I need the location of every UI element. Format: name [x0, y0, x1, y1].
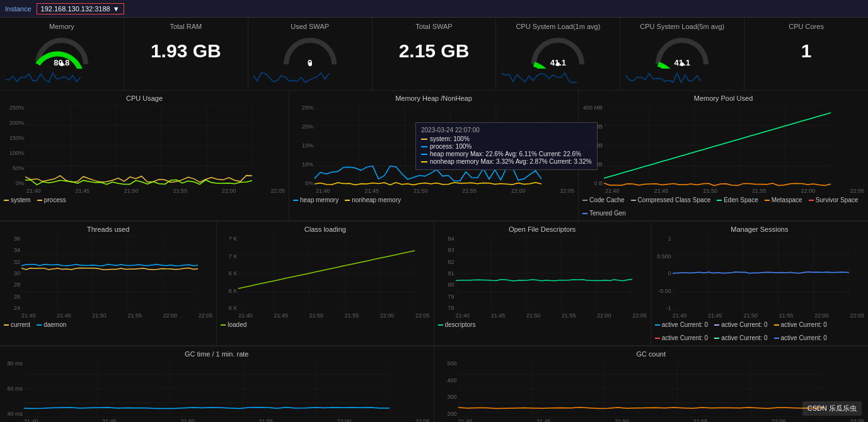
card-value-total_ram: 1.93 GB	[151, 40, 221, 62]
gauge-cpu_load_5m: 41.1	[654, 34, 710, 69]
x-label: 21:50	[703, 188, 717, 194]
tooltip-dot	[421, 161, 427, 163]
gauge-value: 41.1	[550, 58, 566, 67]
card-cpu_load_5m: CPU System Load(5m avg) 41.1	[620, 18, 744, 90]
legend-color	[4, 200, 9, 201]
legend-item: daemon	[37, 321, 66, 328]
x-label: 22:05	[270, 188, 285, 194]
x-label: 22:00	[772, 418, 786, 422]
x-label: 21:45	[75, 188, 90, 194]
chart-title-memory_heap: Memory Heap /NonHeap	[293, 94, 574, 102]
y-label: 34	[4, 247, 20, 253]
legend-item: Code Cache	[582, 197, 625, 203]
legend-color	[582, 213, 587, 214]
y-label: 200	[438, 411, 457, 417]
legend-item: current	[4, 321, 30, 328]
legend-color	[293, 200, 298, 201]
chart-tooltip: 2023-03-24 22:07:00 system: 100% process…	[415, 122, 598, 170]
legend-color	[774, 338, 779, 339]
y-label: 100%	[4, 150, 24, 156]
x-label: 21:40	[456, 312, 470, 319]
x-label: 21:50	[180, 418, 195, 422]
y-label: 83	[438, 247, 454, 253]
x-label: 21:50	[526, 312, 541, 319]
legend-color	[714, 338, 719, 339]
chart-title-memory_pool_used: Memory Pool Used	[582, 94, 864, 102]
chart-title-cpu_usage: CPU Usage	[4, 94, 285, 102]
x-label: 21:45	[536, 418, 551, 422]
y-label: 0 B	[582, 180, 603, 186]
legend-label: daemon	[43, 321, 66, 328]
dropdown-arrow: ▼	[113, 5, 120, 13]
x-label: 21:55	[127, 312, 142, 319]
gauge-value: 41.1	[674, 58, 690, 67]
x-label: 21:40	[24, 418, 38, 422]
x-label: 21:50	[92, 312, 107, 319]
legend-item: active Current: 0	[655, 334, 708, 341]
legend-item: loaded	[221, 321, 246, 328]
legend-label: Code Cache	[589, 197, 625, 203]
legend-item: system	[4, 197, 31, 203]
gauge-value: 0	[308, 58, 312, 67]
x-label: 22:00	[511, 188, 526, 194]
legend-label: active Current: 0	[781, 321, 827, 328]
y-label: 81	[438, 270, 454, 277]
y-label: 32	[4, 259, 20, 265]
x-label: 22:05	[560, 188, 574, 194]
legend-item: Eden Space	[717, 197, 758, 203]
legend-item: descriptors	[438, 321, 476, 328]
x-label: 21:40	[21, 312, 36, 319]
x-label: 22:05	[415, 312, 430, 319]
tooltip-text: heap memory Max: 22.6% Avg: 6.11% Curren…	[430, 151, 581, 157]
card-memory: Memory 80.8	[0, 18, 124, 90]
instance-value: 192.168.130.132:3188	[41, 5, 110, 13]
charts-row-1: CPU Usage250%200%150%100%50%0% 21:4021:4…	[0, 91, 868, 222]
gauge-value: 80.8	[54, 58, 69, 67]
gauge-used_swap: 0	[282, 34, 339, 69]
y-label: 0	[655, 270, 671, 277]
card-title: CPU System Load(5m avg)	[640, 23, 724, 30]
x-label: 22:00	[814, 312, 829, 319]
x-label: 21:45	[491, 312, 506, 319]
y-label: 400	[438, 377, 457, 384]
legend-label: active Current: 0	[781, 334, 827, 341]
x-label: 22:00	[337, 418, 352, 422]
y-label: 200%	[4, 120, 24, 126]
instance-dropdown[interactable]: 192.168.130.132:3188 ▼	[37, 3, 124, 14]
y-label: 0%	[4, 180, 24, 186]
y-label: 80 ms	[4, 360, 23, 367]
legend-color	[765, 200, 770, 201]
x-label: 21:50	[414, 188, 428, 194]
x-label: 21:55	[462, 188, 477, 194]
legend-color	[37, 200, 42, 201]
card-total_ram: Total RAM1.93 GB	[124, 18, 248, 90]
x-label: 21:50	[124, 188, 139, 194]
y-label: 6 K	[221, 305, 237, 311]
legend-item: process	[37, 197, 66, 203]
x-label: 21:50	[743, 312, 758, 319]
card-value-total_swap: 2.15 GB	[399, 40, 470, 62]
x-label: 21:45	[102, 418, 117, 422]
card-cpu_load_1m: CPU System Load(1m avg) 41.1	[496, 18, 620, 90]
y-label: 6 K	[221, 270, 237, 277]
card-title: Used SWAP	[291, 23, 329, 30]
watermark: CSDN 乐瓜乐虫	[802, 401, 862, 416]
x-label: 21:55	[693, 418, 708, 422]
legend-label: system	[11, 197, 31, 203]
tooltip-row: nonheap memory Max: 3.32% Avg: 2.87% Cur…	[421, 158, 592, 165]
chart-title-threads_used: Threads used	[4, 225, 212, 233]
y-label: 5%	[293, 180, 313, 186]
chart-title-open_file_descriptors: Open File Descriptors	[438, 225, 647, 233]
chart-title-gc_time: GC time / 1 min. rate	[4, 350, 430, 358]
legend-item: heap memory	[293, 197, 339, 203]
legend-label: Survivor Space	[816, 197, 859, 203]
tooltip-row: process: 100%	[421, 143, 592, 150]
x-label: 22:05	[850, 188, 864, 194]
x-label: 21:55	[562, 312, 576, 319]
y-label: 1	[655, 236, 671, 242]
y-label: 82	[438, 259, 454, 265]
legend-item: Metaspace	[765, 197, 802, 203]
chart-panel-open_file_descriptors: Open File Descriptors84838281807978 21:4…	[434, 222, 651, 346]
tooltip-time: 2023-03-24 22:07:00	[421, 127, 592, 134]
x-label: 22:00	[597, 312, 611, 319]
